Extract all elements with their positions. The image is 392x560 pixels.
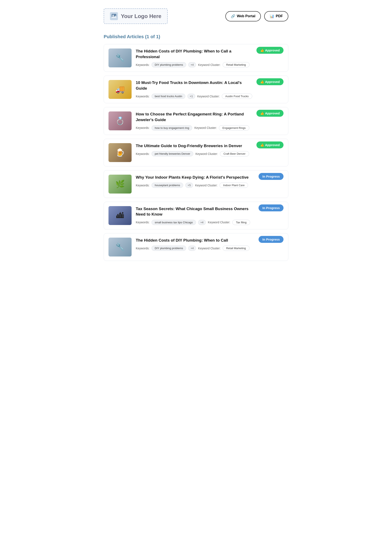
article-title: Tax Season Secrets: What Chicago Small B…: [136, 206, 255, 217]
article-title: The Hidden Costs of DIY Plumbing: When t…: [136, 49, 254, 60]
article-status: In Progress: [259, 206, 284, 210]
cluster-label: Keyword Cluster:: [208, 220, 230, 224]
cluster-tag: Retail Marketing: [223, 246, 250, 251]
article-card: 🔧 The Hidden Costs of DIY Plumbing: When…: [104, 233, 288, 261]
article-card: 🍺 The Ultimate Guide to Dog-Friendly Bre…: [104, 139, 288, 166]
article-content: Tax Season Secrets: What Chicago Small B…: [136, 206, 284, 225]
article-meta: Keywords: pet friendly breweries Denver …: [136, 151, 284, 156]
pdf-button[interactable]: 📊 PDF: [264, 11, 288, 21]
cluster-label: Keyword Cluster:: [195, 152, 218, 156]
cluster-tag: Retail Marketing: [223, 62, 250, 67]
article-top: Why Your Indoor Plants Keep Dying: A Flo…: [136, 175, 284, 183]
section-title: Published Articles (1 of 1): [104, 34, 288, 40]
article-status: 👍 Approved: [256, 111, 284, 115]
keywords-label: Keywords:: [136, 220, 149, 224]
status-badge: In Progress: [259, 236, 284, 243]
article-content: The Ultimate Guide to Dog-Friendly Brewe…: [136, 143, 284, 157]
keywords-label: Keywords:: [136, 63, 149, 67]
cluster-tag: Austin Food Trucks: [222, 94, 252, 99]
logo-text: Your Logo Here: [121, 13, 161, 20]
keyword-more-tag: +5: [185, 183, 193, 188]
keyword-tag: DIY plumbing problems: [152, 62, 186, 67]
keywords-label: Keywords:: [136, 95, 149, 98]
article-content: Why Your Indoor Plants Keep Dying: A Flo…: [136, 175, 284, 188]
article-meta: Keywords: best food trucks Austin +1 Key…: [136, 94, 284, 99]
article-content: The Hidden Costs of DIY Plumbing: When t…: [136, 49, 284, 67]
article-meta: Keywords: houseplant problems +5 Keyword…: [136, 183, 284, 188]
article-top: The Hidden Costs of DIY Plumbing: When t…: [136, 49, 284, 62]
article-status: 👍 Approved: [256, 80, 284, 84]
logo-box: Your Logo Here: [104, 8, 168, 24]
article-title: How to Choose the Perfect Engagement Rin…: [136, 111, 254, 123]
article-status: 👍 Approved: [256, 143, 284, 147]
keyword-tag: DIY plumbing problems: [152, 246, 186, 251]
keywords-label: Keywords:: [136, 152, 149, 156]
article-thumbnail: 🚚: [108, 80, 132, 99]
article-title: The Ultimate Guide to Dog-Friendly Brewe…: [136, 143, 242, 149]
article-card: 🚚 10 Must-Try Food Trucks in Downtown Au…: [104, 76, 288, 103]
keyword-more-tag: +4: [188, 246, 196, 251]
article-title: Why Your Indoor Plants Keep Dying: A Flo…: [136, 175, 249, 180]
article-card: 🏙 Tax Season Secrets: What Chicago Small…: [104, 202, 288, 230]
keywords-label: Keywords:: [136, 184, 149, 187]
cluster-tag: Engagement Rings: [219, 125, 249, 130]
article-meta: Keywords: DIY plumbing problems +4 Keywo…: [136, 62, 284, 67]
article-meta: Keywords: small business tax tips Chicag…: [136, 220, 284, 225]
article-content: How to Choose the Perfect Engagement Rin…: [136, 111, 284, 130]
page-header: Your Logo Here 🔗 Web Portal 📊 PDF: [104, 8, 288, 24]
cluster-label: Keyword Cluster:: [198, 63, 221, 67]
articles-list: 🔧 The Hidden Costs of DIY Plumbing: When…: [104, 44, 288, 261]
keyword-tag: pet friendly breweries Denver: [152, 151, 193, 156]
article-top: The Ultimate Guide to Dog-Friendly Brewe…: [136, 143, 284, 151]
article-meta: Keywords: DIY plumbing problems +4 Keywo…: [136, 246, 284, 251]
status-badge: 👍 Approved: [256, 141, 284, 148]
article-top: The Hidden Costs of DIY Plumbing: When t…: [136, 238, 284, 246]
article-card: 🔧 The Hidden Costs of DIY Plumbing: When…: [104, 44, 288, 72]
keywords-label: Keywords:: [136, 126, 149, 130]
cluster-tag: Craft Beer Denver: [220, 151, 249, 156]
status-badge: In Progress: [259, 173, 284, 180]
logo-icon: [110, 12, 118, 20]
status-badge: In Progress: [259, 204, 284, 211]
keyword-tag: small business tax tips Chicago: [152, 220, 196, 225]
article-thumbnail: 🔧: [108, 49, 132, 67]
link-icon: 🔗: [231, 14, 235, 19]
keyword-tag: how to buy engagement ring: [152, 125, 192, 130]
article-status: In Progress: [259, 238, 284, 241]
cluster-label: Keyword Cluster:: [194, 126, 217, 130]
cluster-label: Keyword Cluster:: [195, 184, 218, 187]
article-top: 10 Must-Try Food Trucks in Downtown Aust…: [136, 80, 284, 94]
article-status: 👍 Approved: [256, 49, 284, 52]
keyword-more-tag: +4: [198, 220, 206, 225]
article-meta: Keywords: how to buy engagement ring Key…: [136, 125, 284, 130]
keyword-tag: houseplant problems: [152, 183, 183, 188]
keyword-more-tag: +4: [188, 62, 196, 67]
article-content: The Hidden Costs of DIY Plumbing: When t…: [136, 238, 284, 251]
keywords-label: Keywords:: [136, 247, 149, 250]
article-content: 10 Must-Try Food Trucks in Downtown Aust…: [136, 80, 284, 99]
cluster-tag: Indoor Plant Care: [219, 183, 248, 188]
status-badge: 👍 Approved: [256, 78, 284, 85]
keyword-tag: best food trucks Austin: [152, 94, 185, 99]
article-top: How to Choose the Perfect Engagement Rin…: [136, 111, 284, 125]
article-thumbnail: 🍺: [108, 143, 132, 162]
article-card: 💍 How to Choose the Perfect Engagement R…: [104, 107, 288, 135]
pdf-icon: 📊: [270, 14, 274, 19]
article-thumbnail: 💍: [108, 111, 132, 130]
article-top: Tax Season Secrets: What Chicago Small B…: [136, 206, 284, 220]
header-buttons: 🔗 Web Portal 📊 PDF: [225, 11, 288, 21]
article-thumbnail: 🌿: [108, 175, 132, 193]
article-thumbnail: 🔧: [108, 238, 132, 257]
article-thumbnail: 🏙: [108, 206, 132, 225]
web-portal-button[interactable]: 🔗 Web Portal: [225, 11, 261, 21]
cluster-tag: Tax filing: [232, 220, 250, 225]
keyword-more-tag: +1: [187, 94, 195, 99]
status-badge: 👍 Approved: [256, 47, 284, 54]
article-title: 10 Must-Try Food Trucks in Downtown Aust…: [136, 80, 254, 91]
cluster-label: Keyword Cluster:: [197, 95, 220, 98]
article-title: The Hidden Costs of DIY Plumbing: When t…: [136, 238, 228, 243]
article-status: In Progress: [259, 175, 284, 178]
cluster-label: Keyword Cluster:: [198, 247, 221, 250]
article-card: 🌿 Why Your Indoor Plants Keep Dying: A F…: [104, 170, 288, 198]
status-badge: 👍 Approved: [256, 110, 284, 117]
